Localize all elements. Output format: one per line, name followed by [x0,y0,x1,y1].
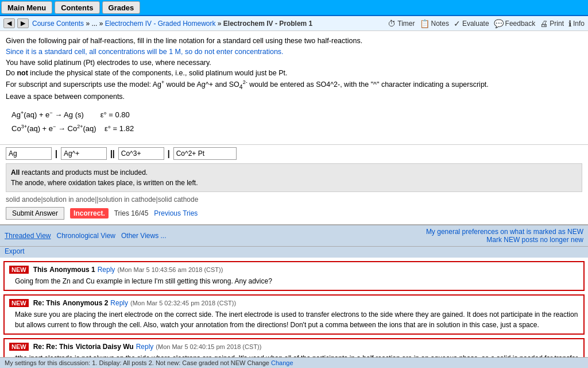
submit-row: Submit Answer Incorrect. Tries 16/45 Pre… [6,207,582,220]
not-bold: not [17,69,28,77]
timer-icon: ⏱ [388,19,396,28]
general-prefs-link[interactable]: My general preferences on what is marked… [426,228,583,236]
problem-line3: You have solid platinum (Pt) electrodes … [6,57,582,68]
post-0-body: Going from the Zn and Cu example in lect… [9,276,579,286]
post-1-subject: Re: This [33,299,60,307]
discussion-header: Threaded View Chronological View Other V… [0,225,588,247]
post-1-body: Make sure you are placing the inert elec… [9,309,579,330]
evaluate-button[interactable]: ✓ Evaluate [454,19,489,28]
notes-icon: 📋 [420,19,430,28]
breadcrumb-bar: ◀ ▶ Course Contents » ... » Electrochem … [0,16,588,31]
post-1-header: NEW Re: This Anonymous 2 Reply (Mon Mar … [9,299,579,307]
post-1-timestamp: (Mon Mar 5 02:32:45 pm 2018 (CST)) [130,300,236,306]
cell-input-2[interactable] [61,147,107,160]
discussion-nav: Threaded View Chronological View Other V… [5,232,167,240]
cell-input-1[interactable] [6,147,52,160]
cell-notation-row: | || | [6,147,582,160]
hint-bold: All reactants and products must be inclu… [11,168,148,177]
forward-arrow-button[interactable]: ▶ [17,18,29,28]
submit-button[interactable]: Submit Answer [6,207,64,220]
info-button[interactable]: ℹ Info [568,19,585,28]
post-0-timestamp: (Mon Mar 5 10:43:56 am 2018 (CST)) [117,266,223,273]
tries-text: Tries 16/45 [114,209,149,217]
threaded-view-link[interactable]: Threaded View [5,232,51,240]
post-2-new-badge: NEW [9,343,29,351]
notes-button[interactable]: 📋 Notes [420,19,449,28]
discussion-area: Threaded View Chronological View Other V… [0,224,588,368]
post-1-new-badge: NEW [9,299,29,307]
separator-1: | [55,149,57,158]
post-2-author: Victoria Daisy Wu [76,343,134,351]
other-views-link[interactable]: Other Views ... [121,232,166,240]
course-contents-link[interactable]: Course Contents [32,20,84,28]
main-menu-button[interactable]: Main Menu [1,1,52,14]
problem-area: Given the following pair of half-reactio… [0,31,588,145]
post-1-author: Anonymous 2 [63,299,108,307]
cell-input-3[interactable] [118,147,164,160]
reaction2: Co3+(aq) + e− → Co2+(aq) ε° = 1.82 [11,122,582,136]
problem-line4: Do not include the physical state of the… [6,68,582,79]
feedback-button[interactable]: 💬 Feedback [494,19,536,28]
export-link[interactable]: Export [5,247,25,255]
top-navigation: Main Menu Contents Grades [0,0,588,16]
post-0-author: Anonymous 1 [49,266,95,274]
grades-button[interactable]: Grades [102,1,141,14]
post-2-header: NEW Re: Re: This Victoria Daisy Wu Reply… [9,343,579,351]
contents-button[interactable]: Contents [55,1,99,14]
discussion-export: Export [0,247,588,258]
problem-line5: For subscript and superscripts use the m… [6,79,582,91]
post-0-subject: This [33,266,48,274]
mark-no-longer-new-link[interactable]: Mark NEW posts no longer new [486,236,583,244]
info-icon: ℹ [568,19,571,28]
timer-button[interactable]: ⏱ Timer [388,19,415,28]
post-0-reply-link[interactable]: Reply [98,266,115,274]
electrochem-graded-link[interactable]: Electrochem IV - Graded Homework [105,20,216,28]
post-0-header: NEW This Anonymous 1 Reply (Mon Mar 5 10… [9,266,579,274]
half-reactions: Ag+(aq) + e− → Ag (s) ε° = 0.80 Co3+(aq)… [11,108,582,135]
feedback-icon: 💬 [494,19,504,28]
back-arrow-button[interactable]: ◀ [3,18,15,28]
right-toolbar: ⏱ Timer 📋 Notes ✓ Evaluate 💬 Feedback 🖨 … [388,19,585,28]
reaction1: Ag+(aq) + e− → Ag (s) ε° = 0.80 [11,108,582,122]
post-1: NEW Re: This Anonymous 2 Reply (Mon Mar … [3,294,585,335]
separator-3: | [168,149,170,158]
change-settings-link[interactable]: Change [271,359,293,366]
bottom-bar: My settings for this discussion: 1. Disp… [0,357,588,368]
post-1-reply-link[interactable]: Reply [110,299,128,307]
problem-line6: Leave a space between components. [6,91,582,102]
previous-tries-link[interactable]: Previous Tries [154,209,198,217]
separator-2: || [110,149,115,158]
hint-box: All reactants and products must be inclu… [6,163,582,192]
breadcrumb: Course Contents » ... » Electrochem IV -… [32,20,312,28]
problem-line1: Given the following pair of half-reactio… [6,36,582,47]
print-icon: 🖨 [540,19,548,28]
chronological-view-link[interactable]: Chronological View [57,232,116,240]
post-0-new-badge: NEW [9,266,29,274]
nav-arrows: ◀ ▶ [3,18,29,28]
answer-area: | || | All reactants and products must b… [0,145,588,224]
discussion-right-links: My general preferences on what is marked… [426,228,583,244]
post-2-reply-link[interactable]: Reply [136,343,154,351]
current-page-title: Electrochem IV - Problem 1 [223,20,312,28]
posts-container: NEW This Anonymous 1 Reply (Mon Mar 5 10… [0,261,588,368]
post-2-subject: Re: Re: This [33,343,74,351]
incorrect-badge: Incorrect. [70,208,109,218]
post-2-timestamp: (Mon Mar 5 02:40:15 pm 2018 (CST)) [156,343,261,350]
problem-line2: Since it is a standard cell, all concent… [6,47,582,57]
post-0: NEW This Anonymous 1 Reply (Mon Mar 5 10… [3,261,585,291]
evaluate-icon: ✓ [454,19,461,28]
cell-input-4[interactable] [173,147,237,160]
print-button[interactable]: 🖨 Print [540,19,564,28]
notation-hint: solid anode|solution in anode||solution … [6,195,582,204]
